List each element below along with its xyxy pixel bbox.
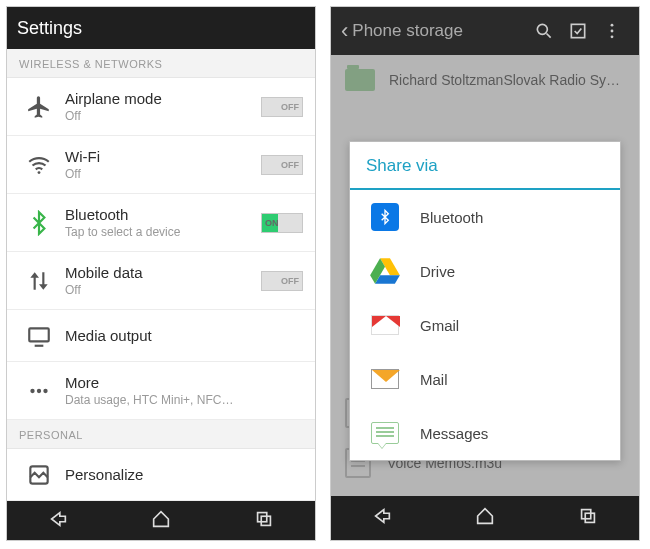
svg-point-12 — [611, 35, 614, 38]
share-option-drive[interactable]: Drive — [350, 244, 620, 298]
row-bluetooth[interactable]: Bluetooth Tap to select a device ON — [7, 194, 315, 252]
toggle-wifi[interactable]: OFF — [261, 155, 303, 175]
row-title: Mobile data — [65, 264, 261, 281]
row-title: Wi-Fi — [65, 148, 261, 165]
section-header-personal: PERSONAL — [7, 420, 315, 449]
share-option-mail[interactable]: Mail — [350, 352, 620, 406]
svg-rect-13 — [581, 510, 590, 519]
section-header-wireless: WIRELESS & NETWORKS — [7, 49, 315, 78]
select-icon[interactable] — [561, 21, 595, 41]
toggle-bluetooth[interactable]: ON — [261, 213, 303, 233]
appbar-settings: Settings — [7, 7, 315, 49]
svg-rect-1 — [29, 328, 49, 341]
nav-back-button[interactable] — [47, 508, 69, 534]
share-option-bluetooth[interactable]: Bluetooth — [350, 190, 620, 244]
messages-app-icon — [368, 417, 402, 449]
row-title: More — [65, 374, 303, 391]
share-option-label: Messages — [420, 425, 488, 442]
svg-point-8 — [537, 24, 547, 34]
row-title: Media output — [65, 327, 303, 344]
personalize-icon — [19, 462, 59, 488]
row-wifi[interactable]: Wi-Fi Off OFF — [7, 136, 315, 194]
nav-recent-button[interactable] — [577, 505, 599, 531]
mail-app-icon — [368, 363, 402, 395]
svg-point-11 — [611, 30, 614, 33]
phone-settings: Settings WIRELESS & NETWORKS Airplane mo… — [6, 6, 316, 541]
phone-body: Richard StoltzmanSlovak Radio Sy… Recent… — [331, 55, 639, 496]
share-dialog: Share via Bluetooth Drive Gmail — [349, 141, 621, 461]
share-option-gmail[interactable]: Gmail — [350, 298, 620, 352]
row-media-output[interactable]: Media output — [7, 310, 315, 362]
share-option-label: Drive — [420, 263, 455, 280]
airplane-icon — [19, 94, 59, 120]
row-personalize[interactable]: Personalize — [7, 449, 315, 501]
mobile-data-icon — [19, 268, 59, 294]
svg-point-3 — [37, 389, 41, 393]
svg-point-10 — [611, 24, 614, 27]
row-sub: Off — [65, 109, 261, 123]
svg-rect-9 — [571, 24, 584, 37]
bluetooth-icon — [19, 210, 59, 236]
row-mobile-data[interactable]: Mobile data Off OFF — [7, 252, 315, 310]
share-option-label: Bluetooth — [420, 209, 483, 226]
nav-recent-button[interactable] — [253, 508, 275, 534]
share-option-label: Mail — [420, 371, 448, 388]
media-output-icon — [19, 323, 59, 349]
navbar — [331, 496, 639, 540]
toggle-mobile-data[interactable]: OFF — [261, 271, 303, 291]
row-sub: Off — [65, 167, 261, 181]
drive-app-icon — [368, 255, 402, 287]
appbar-storage: ‹ Phone storage — [331, 7, 639, 55]
row-sub: Off — [65, 283, 261, 297]
nav-home-button[interactable] — [474, 505, 496, 531]
row-more[interactable]: More Data usage, HTC Mini+, NFC… — [7, 362, 315, 420]
svg-point-4 — [43, 389, 47, 393]
toggle-airplane[interactable]: OFF — [261, 97, 303, 117]
page-title: Phone storage — [352, 21, 527, 41]
nav-home-button[interactable] — [150, 508, 172, 534]
wifi-icon — [19, 152, 59, 178]
svg-point-0 — [38, 171, 41, 174]
phone-share: ‹ Phone storage Richard StoltzmanSlovak … — [330, 6, 640, 541]
row-title: Personalize — [65, 466, 303, 483]
dialog-title: Share via — [350, 142, 620, 190]
navbar — [7, 501, 315, 540]
back-icon[interactable]: ‹ — [341, 18, 348, 44]
row-sub: Data usage, HTC Mini+, NFC… — [65, 393, 303, 407]
search-icon[interactable] — [527, 21, 561, 41]
more-icon — [19, 378, 59, 404]
row-airplane-mode[interactable]: Airplane mode Off OFF — [7, 78, 315, 136]
gmail-app-icon — [368, 309, 402, 341]
overflow-icon[interactable] — [595, 21, 629, 41]
share-option-label: Gmail — [420, 317, 459, 334]
row-title: Airplane mode — [65, 90, 261, 107]
bluetooth-app-icon — [368, 201, 402, 233]
share-option-messages[interactable]: Messages — [350, 406, 620, 460]
row-sub: Tap to select a device — [65, 225, 261, 239]
svg-rect-14 — [585, 513, 594, 522]
page-title: Settings — [17, 18, 305, 39]
nav-back-button[interactable] — [371, 505, 393, 531]
svg-point-2 — [30, 389, 34, 393]
svg-rect-7 — [261, 516, 270, 525]
svg-rect-6 — [257, 512, 266, 521]
row-title: Bluetooth — [65, 206, 261, 223]
